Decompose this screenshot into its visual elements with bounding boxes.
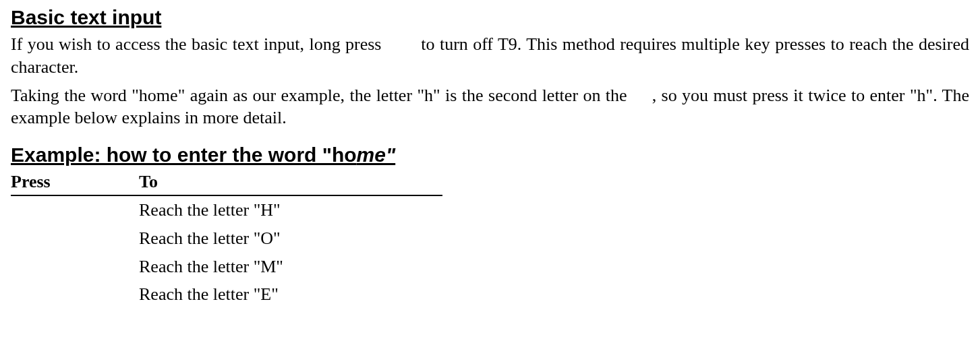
example-heading: Example: how to enter the word "home" bbox=[11, 142, 969, 168]
example-table: Press To Reach the letter "H" Reach the … bbox=[11, 169, 442, 309]
table-row: Reach the letter "E" bbox=[11, 280, 442, 309]
table-header-press: Press bbox=[11, 169, 139, 195]
table-header-to: To bbox=[139, 169, 442, 195]
example-heading-prefix: Example: how to enter the word "ho bbox=[11, 144, 357, 166]
cell-press bbox=[11, 224, 139, 253]
table-row: Reach the letter "O" bbox=[11, 224, 442, 253]
paragraph-1-part-a: If you wish to access the basic text inp… bbox=[11, 34, 386, 54]
table-row: Reach the letter "H" bbox=[11, 195, 442, 224]
cell-to: Reach the letter "O" bbox=[139, 224, 442, 253]
section-heading: Basic text input bbox=[11, 4, 969, 30]
paragraph-1: If you wish to access the basic text inp… bbox=[11, 33, 969, 79]
cell-press bbox=[11, 195, 139, 224]
cell-to: Reach the letter "M" bbox=[139, 253, 442, 281]
key-placeholder-2 bbox=[632, 86, 647, 105]
cell-press bbox=[11, 280, 139, 309]
cell-to: Reach the letter "H" bbox=[139, 195, 442, 224]
table-row: Reach the letter "M" bbox=[11, 253, 442, 281]
key-placeholder-1 bbox=[386, 34, 416, 54]
cell-press bbox=[11, 253, 139, 281]
cell-to: Reach the letter "E" bbox=[139, 280, 442, 309]
paragraph-2: Taking the word "home" again as our exam… bbox=[11, 84, 969, 130]
paragraph-2-part-a: Taking the word "home" again as our exam… bbox=[11, 86, 632, 105]
example-heading-italic: me" bbox=[357, 144, 396, 166]
